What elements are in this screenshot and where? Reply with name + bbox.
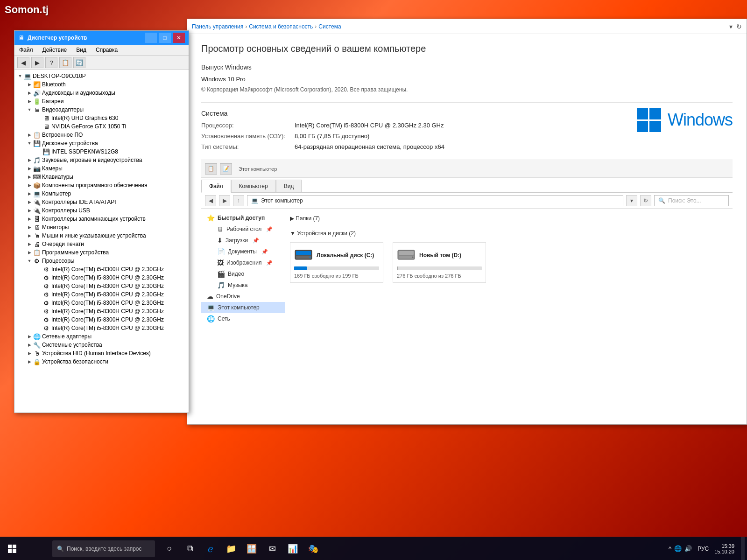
tree-item-cameras[interactable]: ▶ 📷 Камеры	[24, 164, 189, 173]
menu-view[interactable]: Вид	[73, 46, 89, 54]
tree-item-storage[interactable]: ▶ 🗄 Контроллеры запоминающих устройств	[24, 215, 189, 223]
toolbar-help[interactable]: ?	[45, 57, 57, 68]
drive-d-info: 276 ГБ свободно из 276 ГБ	[397, 273, 482, 279]
tree-item-network[interactable]: ▶ 🌐 Сетевые адаптеры	[24, 332, 189, 341]
sidebar-quickaccess[interactable]: ⭐ Быстрый доступ	[201, 212, 285, 224]
tree-item-mice[interactable]: ▶ 🖱 Мыши и иные указывающие устройства	[24, 231, 189, 240]
fe-ribbon-icon1[interactable]: 📋	[205, 163, 217, 175]
sidebar-documents[interactable]: 📄 Документы 📌	[201, 246, 285, 257]
tree-item-ide[interactable]: ▶ 🔌 Контроллеры IDE ATA/ATAPI	[24, 198, 189, 206]
sidebar-onedrive[interactable]: ☁ OneDrive	[201, 291, 285, 302]
cpu6-icon: ⚙	[42, 308, 50, 315]
tree-item-cpu3[interactable]: ⚙ Intel(R) Core(TM) i5-8300H CPU @ 2.30G…	[33, 282, 189, 290]
fe-ribbon-icon2[interactable]: 📝	[220, 163, 232, 175]
sidebar-network[interactable]: 🌐 Сеть	[201, 313, 285, 324]
taskbar-clock[interactable]: 15:39 15.10.20	[714, 543, 738, 554]
tree-root-item[interactable]: ▼ 💻 DESKTOP-O9OJ10P	[14, 72, 189, 80]
tray-caret[interactable]: ^	[669, 545, 671, 552]
menu-file[interactable]: Файл	[16, 46, 36, 54]
tree-item-batteries[interactable]: ▶ 🔋 Батареи	[24, 97, 189, 105]
tree-item-cpu6[interactable]: ⚙ Intel(R) Core(TM) i5-8300H CPU @ 2.30G…	[33, 307, 189, 315]
folders-section-title[interactable]: ▶ Папки (7)	[290, 213, 728, 224]
tree-item-audio[interactable]: ▶ 🔊 Аудиовходы и аудиовыходы	[24, 89, 189, 97]
tree-item-keyboards[interactable]: ▶ ⌨ Клавиатуры	[24, 173, 189, 181]
lang-indicator[interactable]: РУС	[695, 546, 712, 552]
menu-action[interactable]: Действие	[40, 46, 70, 54]
tree-item-cpu5[interactable]: ⚙ Intel(R) Core(TM) i5-8300H CPU @ 2.30G…	[33, 299, 189, 307]
toolbar-scan[interactable]: 🔄	[73, 57, 85, 68]
toolbar-properties[interactable]: 📋	[59, 57, 71, 68]
tree-item-cpu2[interactable]: ⚙ Intel(R) Core(TM) i5-8300H CPU @ 2.30G…	[33, 273, 189, 282]
sidebar-pictures[interactable]: 🖼 Изображения 📌	[201, 257, 285, 268]
tab-view[interactable]: Вид	[276, 180, 302, 192]
tree-item-hid[interactable]: ▶ 🖱 Устройства HID (Human Interface Devi…	[24, 349, 189, 357]
tree-item-cpu1[interactable]: ⚙ Intel(R) Core(TM) i5-8300H CPU @ 2.30G…	[33, 265, 189, 273]
breadcrumb-dropdown[interactable]: ▾	[729, 23, 733, 30]
tree-item-cpu7[interactable]: ⚙ Intel(R) Core(TM) i5-8300H CPU @ 2.30G…	[33, 315, 189, 324]
address-bar[interactable]: 💻 Этот компьютер	[247, 195, 623, 206]
taskbar-edge[interactable]: ℯ	[204, 542, 218, 556]
breadcrumb-refresh[interactable]: ↻	[736, 23, 742, 30]
tree-item-softdev[interactable]: ▶ 📋 Программные устройства	[24, 248, 189, 257]
nav-back[interactable]: ◀	[205, 195, 216, 206]
breadcrumb-cp[interactable]: Панель управления	[192, 23, 243, 30]
tree-item-print[interactable]: ▶ 🖨 Очереди печати	[24, 240, 189, 248]
taskbar-outlook[interactable]: 📊	[286, 542, 300, 556]
sidebar-thispc[interactable]: 💻 Этот компьютер	[201, 302, 285, 313]
maximize-button[interactable]: □	[159, 33, 171, 43]
tree-item-sysdev[interactable]: ▶ 🔧 Системные устройства	[24, 341, 189, 349]
sidebar-music[interactable]: 🎵 Музыка	[201, 280, 285, 291]
toolbar-back[interactable]: ◀	[17, 57, 29, 68]
menu-help[interactable]: Справка	[93, 46, 120, 54]
tray-volume[interactable]: 🔊	[684, 545, 692, 552]
taskbar-search[interactable]: 🔍 Поиск, введите здесь запрос	[52, 540, 155, 557]
sidebar-desktop[interactable]: 🖥 Рабочий стол 📌	[201, 224, 285, 235]
tree-item-usb[interactable]: ▶ 🔌 Контроллеры USB	[24, 206, 189, 215]
drive-c[interactable]: Локальный диск (C:) 169 ГБ свободно из 1…	[290, 242, 383, 283]
sidebar-video[interactable]: 🎬 Видео	[201, 268, 285, 280]
show-desktop-button[interactable]	[741, 537, 745, 560]
start-button[interactable]	[0, 537, 24, 560]
usb-label: Контроллеры USB	[42, 207, 90, 214]
tree-item-disks[interactable]: ▼ 💾 Дисковые устройства	[24, 139, 189, 147]
toolbar-forward[interactable]: ▶	[31, 57, 43, 68]
address-refresh[interactable]: ↻	[640, 195, 651, 206]
tree-item-uhd[interactable]: 🖥 Intel(R) UHD Graphics 630	[33, 114, 189, 122]
tab-computer[interactable]: Компьютер	[231, 180, 276, 192]
nvidia-label: NVIDIA GeForce GTX 1050 Ti	[51, 123, 126, 130]
taskbar-extra[interactable]: 🎭	[306, 542, 320, 556]
drive-d[interactable]: Новый том (D:) 276 ГБ свободно из 276 ГБ	[393, 242, 486, 283]
tree-item-sound[interactable]: ▶ 🎵 Звуковые, игровые и видеоустройства	[24, 156, 189, 164]
tree-item-firmware[interactable]: ▶ 📋 Встроенное ПО	[24, 131, 189, 139]
tab-file[interactable]: Файл	[201, 180, 231, 193]
taskbar-store[interactable]: 🪟	[245, 542, 259, 556]
tree-item-software[interactable]: ▶ 📦 Компоненты программного обеспечения	[24, 181, 189, 189]
tree-item-cpu4[interactable]: ⚙ Intel(R) Core(TM) i5-8300H CPU @ 2.30G…	[33, 290, 189, 299]
tree-item-video[interactable]: ▼ 🖥 Видеоадаптеры	[24, 105, 189, 114]
taskbar-mail[interactable]: ✉	[265, 542, 279, 556]
close-button[interactable]: ✕	[173, 33, 185, 43]
tray-globe[interactable]: 🌐	[674, 545, 682, 552]
drives-section-title[interactable]: ▼ Устройства и диски (2)	[290, 228, 728, 238]
search-box[interactable]: 🔍 Поиск: Это...	[654, 195, 729, 206]
breadcrumb-system[interactable]: Система	[318, 23, 341, 30]
cpu-value: Intel(R) Core(TM) i5-8300H CPU @ 2.30GHz…	[295, 122, 444, 129]
tree-item-processors[interactable]: ▼ ⚙ Процессоры	[24, 257, 189, 265]
taskbar-cortana[interactable]: ○	[162, 542, 176, 556]
tree-item-monitors[interactable]: ▶ 🖥 Мониторы	[24, 223, 189, 231]
tree-item-ssd[interactable]: 💾 INTEL SSDPEKNWS12G8	[33, 147, 189, 156]
address-dropdown[interactable]: ▾	[626, 195, 637, 206]
sidebar-downloads[interactable]: ⬇ Загрузки 📌	[201, 235, 285, 246]
tree-item-nvidia[interactable]: 🖥 NVIDIA GeForce GTX 1050 Ti	[33, 122, 189, 131]
tree-item-cpu8[interactable]: ⚙ Intel(R) Core(TM) i5-8300H CPU @ 2.30G…	[33, 324, 189, 332]
network-label: Сеть	[218, 315, 230, 322]
tree-item-bluetooth[interactable]: ▶ 📶 Bluetooth	[24, 80, 189, 89]
minimize-button[interactable]: ─	[145, 33, 157, 43]
taskbar-explorer[interactable]: 📁	[224, 542, 238, 556]
tree-item-security[interactable]: ▶ 🔒 Устройства безопасности	[24, 357, 189, 366]
breadcrumb-security[interactable]: Система и безопасность	[249, 23, 313, 30]
taskbar-tasksview[interactable]: ⧉	[183, 542, 197, 556]
nav-forward[interactable]: ▶	[219, 195, 230, 206]
tree-item-computer[interactable]: ▶ 💻 Компьютер	[24, 189, 189, 198]
nav-up[interactable]: ↑	[233, 195, 244, 206]
